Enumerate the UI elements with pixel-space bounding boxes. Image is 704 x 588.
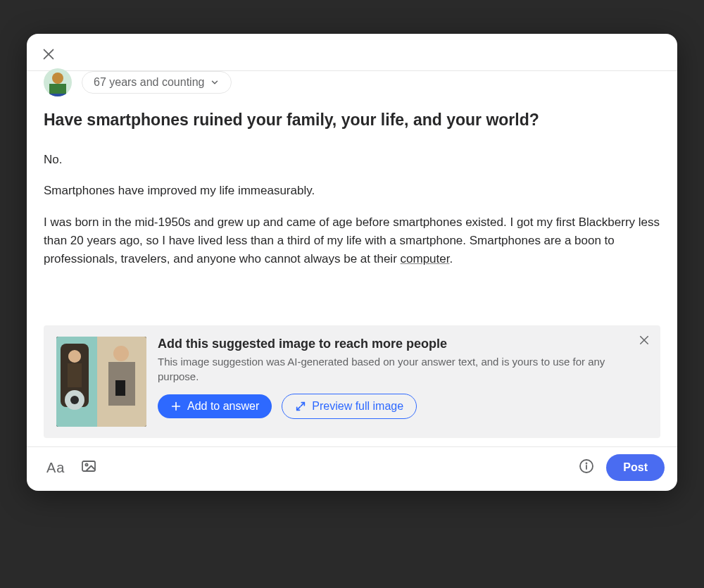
post-label: Post: [623, 461, 648, 473]
text-format-button[interactable]: Aa: [46, 460, 65, 476]
svg-rect-16: [115, 380, 125, 396]
answer-editor[interactable]: No. Smartphones have improved my life im…: [27, 137, 677, 320]
add-to-answer-button[interactable]: Add to answer: [158, 394, 272, 418]
svg-point-3: [52, 73, 63, 84]
compose-answer-modal: 67 years and counting Have smartphones r…: [27, 34, 677, 491]
chevron-down-icon: [210, 77, 220, 87]
credential-text: 67 years and counting: [94, 76, 204, 89]
svg-point-10: [70, 396, 79, 404]
credential-selector[interactable]: 67 years and counting: [82, 71, 232, 94]
answer-paragraph: No.: [44, 151, 660, 169]
insert-image-button[interactable]: [80, 458, 97, 477]
post-button[interactable]: Post: [606, 454, 665, 481]
question-title: Have smartphones ruined your family, you…: [27, 96, 677, 137]
svg-point-27: [586, 463, 587, 464]
close-icon: [638, 334, 650, 346]
author-row: 67 years and counting: [27, 75, 677, 96]
image-suggestion-card: Add this suggested image to reach more p…: [44, 325, 660, 438]
svg-rect-12: [68, 363, 82, 387]
answer-paragraph: I was born in the mid-1950s and grew up …: [44, 213, 660, 269]
dismiss-suggestion-button[interactable]: [638, 334, 650, 349]
footer-right-actions: Post: [578, 454, 665, 481]
answer-paragraph: Smartphones have improved my life immeas…: [44, 182, 660, 200]
close-button[interactable]: [41, 46, 58, 63]
svg-point-14: [113, 346, 129, 361]
suggested-image-thumbnail[interactable]: [56, 337, 146, 427]
svg-rect-4: [49, 84, 66, 94]
suggestion-title: Add this suggested image to reach more p…: [158, 337, 648, 351]
info-icon: [578, 458, 595, 475]
image-icon: [80, 458, 97, 475]
close-icon: [41, 46, 56, 62]
avatar-image: [44, 68, 72, 96]
plus-icon: [170, 401, 182, 412]
svg-point-11: [68, 350, 81, 363]
suggestion-description: This image suggestion was AI-generated b…: [158, 354, 608, 384]
preview-full-image-button[interactable]: Preview full image: [282, 394, 417, 419]
link-computer[interactable]: computer: [401, 252, 450, 265]
suggestion-actions: Add to answer Preview full image: [158, 394, 648, 419]
info-button[interactable]: [578, 458, 595, 477]
text-format-icon: Aa: [46, 460, 65, 475]
expand-icon: [295, 401, 306, 412]
editor-footer: Aa Post: [27, 446, 677, 491]
avatar[interactable]: [44, 68, 72, 96]
footer-left-tools: Aa: [46, 458, 97, 477]
modal-backdrop: 67 years and counting Have smartphones r…: [0, 0, 704, 588]
modal-header: [27, 34, 677, 71]
svg-point-24: [86, 463, 88, 465]
add-to-answer-label: Add to answer: [187, 400, 259, 413]
preview-label: Preview full image: [312, 400, 403, 413]
svg-rect-23: [82, 461, 95, 471]
suggestion-content: Add this suggested image to reach more p…: [158, 337, 648, 427]
